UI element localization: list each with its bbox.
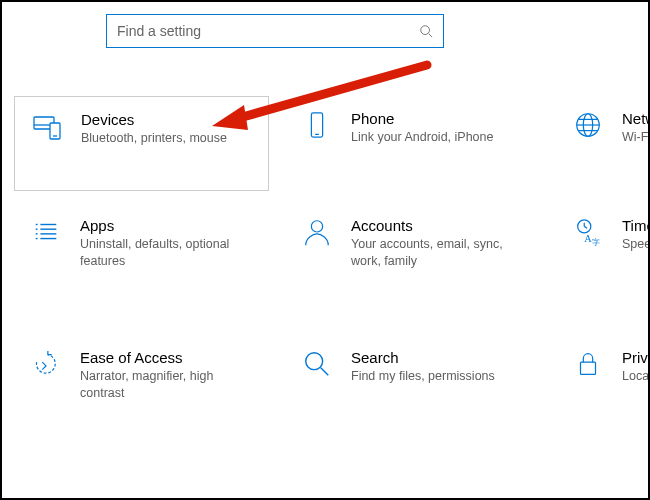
tile-phone[interactable]: Phone Link your Android, iPhone xyxy=(285,96,540,191)
devices-icon xyxy=(29,111,65,143)
tile-devices[interactable]: Devices Bluetooth, printers, mouse xyxy=(14,96,269,191)
tile-network[interactable]: Network & Internet Wi-Fi, airplane mode,… xyxy=(556,96,650,191)
svg-line-31 xyxy=(321,368,329,376)
tile-accounts[interactable]: Accounts Your accounts, email, sync, wor… xyxy=(285,203,540,323)
magnifier-icon xyxy=(299,349,335,379)
tile-apps[interactable]: Apps Uninstall, defaults, optional featu… xyxy=(14,203,269,323)
tile-desc: Find my files, permissions xyxy=(351,368,495,385)
tile-desc: Your accounts, email, sync, work, family xyxy=(351,236,528,270)
settings-grid: Devices Bluetooth, printers, mouse Phone… xyxy=(14,96,648,455)
tile-title: Search xyxy=(351,349,495,366)
tile-title: Network & Internet xyxy=(622,110,650,127)
svg-point-0 xyxy=(421,26,430,35)
tile-desc: Speech, region, date xyxy=(622,236,650,253)
apps-icon xyxy=(28,217,64,247)
svg-rect-32 xyxy=(581,362,596,374)
search-box[interactable] xyxy=(106,14,444,48)
tile-time-language[interactable]: A 字 Time & Language Speech, region, date xyxy=(556,203,650,323)
svg-text:字: 字 xyxy=(592,237,600,247)
globe-icon xyxy=(570,110,606,140)
search-input[interactable] xyxy=(107,23,409,39)
lock-icon xyxy=(570,349,606,379)
phone-icon xyxy=(299,110,335,140)
tile-desc: Location, camera, microphone xyxy=(622,368,650,385)
ease-of-access-icon xyxy=(28,349,64,379)
tile-title: Phone xyxy=(351,110,493,127)
svg-line-1 xyxy=(429,34,433,38)
time-language-icon: A 字 xyxy=(570,217,606,247)
person-icon xyxy=(299,217,335,247)
svg-rect-9 xyxy=(311,113,322,137)
tile-desc: Link your Android, iPhone xyxy=(351,129,493,146)
tile-ease-of-access[interactable]: Ease of Access Narrator, magnifier, high… xyxy=(14,335,269,455)
tile-desc: Uninstall, defaults, optional features xyxy=(80,236,257,270)
tile-title: Privacy xyxy=(622,349,650,366)
tile-desc: Bluetooth, printers, mouse xyxy=(81,130,227,147)
tile-desc: Wi-Fi, airplane mode, VPN xyxy=(622,129,650,146)
tile-title: Accounts xyxy=(351,217,528,234)
svg-point-30 xyxy=(306,353,323,370)
tile-privacy[interactable]: Privacy Location, camera, microphone xyxy=(556,335,650,455)
tile-title: Apps xyxy=(80,217,257,234)
tile-title: Time & Language xyxy=(622,217,650,234)
svg-line-27 xyxy=(584,226,587,228)
tile-search[interactable]: Search Find my files, permissions xyxy=(285,335,540,455)
svg-point-24 xyxy=(311,221,322,232)
tile-title: Devices xyxy=(81,111,227,128)
tile-title: Ease of Access xyxy=(80,349,257,366)
search-icon xyxy=(409,24,443,38)
tile-desc: Narrator, magnifier, high contrast xyxy=(80,368,257,402)
